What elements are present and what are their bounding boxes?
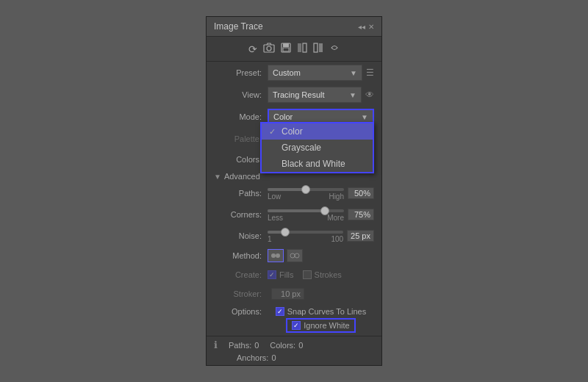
status-anchors-value: 0 xyxy=(271,353,276,362)
ignore-white-checkbox[interactable]: ✓ xyxy=(292,321,301,330)
noise-value: 25 px xyxy=(347,230,374,242)
paths-slider: Low High xyxy=(268,185,344,201)
status-colors-label: Colors: xyxy=(270,341,295,350)
fills-label: Fills xyxy=(279,270,294,279)
create-row: Create: ✓ Fills Strokes xyxy=(207,265,381,284)
corners-slider: Less More xyxy=(268,206,344,222)
dropdown-item-grayscale[interactable]: Grayscale xyxy=(262,140,373,156)
mode-dropdown: ✓ Color Grayscale Black and White xyxy=(260,122,374,173)
noise-max: 100 xyxy=(331,235,343,243)
corners-less: Less xyxy=(268,214,283,222)
paths-value: 50% xyxy=(348,187,374,199)
stroker-value[interactable]: 10 px xyxy=(271,288,304,300)
colors-label: Colors: xyxy=(214,155,262,164)
status-bar-2: Anchors: 0 xyxy=(207,353,381,365)
options-content: ✓ Snap Curves To Lines ✓ Ignore White xyxy=(268,307,374,333)
corners-more: More xyxy=(327,214,344,222)
dropdown-item-black-white[interactable]: Black and White xyxy=(262,156,373,172)
noise-slider-row: Noise: 1 100 25 px xyxy=(207,225,381,246)
status-anchors: Anchors: 0 xyxy=(237,353,276,362)
paths-content: Low High 50% xyxy=(268,185,374,201)
reset-icon[interactable]: ⟳ xyxy=(248,43,257,55)
mode-arrow: ▼ xyxy=(361,113,368,121)
dropdown-item-color[interactable]: ✓ Color xyxy=(262,123,373,140)
save-icon[interactable] xyxy=(281,43,291,55)
snap-label: Snap Curves To Lines xyxy=(287,307,366,316)
status-paths-label: Paths: xyxy=(229,341,251,350)
preset-arrow: ▼ xyxy=(350,69,357,77)
toolbar: ⟳ xyxy=(207,37,381,62)
ignore-white-box[interactable]: ✓ Ignore White xyxy=(286,318,355,333)
method-row: Method: xyxy=(207,246,381,265)
view-label: View: xyxy=(214,90,262,99)
paths-high: High xyxy=(329,192,344,201)
svg-rect-8 xyxy=(319,43,323,52)
svg-point-10 xyxy=(276,253,280,258)
fills-checkbox[interactable]: ✓ xyxy=(268,270,276,279)
noise-slider: 1 100 xyxy=(268,228,343,243)
status-paths-value: 0 xyxy=(254,341,259,350)
stroker-content: 10 px xyxy=(268,288,374,300)
strokes-checkbox[interactable] xyxy=(303,270,312,279)
view-icon[interactable] xyxy=(297,43,307,55)
advanced-label: Advanced xyxy=(224,172,260,181)
preset-content: Custom ▼ ☰ xyxy=(268,65,374,81)
paths-track[interactable] xyxy=(268,188,344,191)
collapse-icon[interactable]: ◂◂ xyxy=(358,23,365,31)
dropdown-color-label: Color xyxy=(282,126,303,137)
ignore-white-label: Ignore White xyxy=(304,321,349,330)
status-bar: ℹ Paths: 0 Colors: 0 xyxy=(207,336,381,353)
mode-value: Color xyxy=(273,112,293,121)
image-trace-panel: Image Trace ◂◂ ✕ ⟳ Preset: Custom ▼ xyxy=(206,16,382,366)
svg-point-9 xyxy=(271,253,276,258)
preset-list-icon[interactable]: ☰ xyxy=(366,68,374,78)
corners-value: 75% xyxy=(348,209,374,220)
dropdown-grayscale-label: Grayscale xyxy=(282,143,321,153)
advanced-arrow[interactable]: ▼ xyxy=(214,173,221,181)
svg-rect-3 xyxy=(283,43,289,47)
snap-curves-row: ✓ Snap Curves To Lines xyxy=(276,307,366,316)
camera-icon[interactable] xyxy=(263,43,275,55)
svg-rect-6 xyxy=(303,43,306,52)
corners-slider-label: Corners: xyxy=(214,210,262,219)
method-btn-2[interactable] xyxy=(287,249,303,262)
stroker-row: Stroker: 10 px xyxy=(207,284,381,303)
strokes-label: Strokes xyxy=(315,270,342,279)
dropdown-bw-label: Black and White xyxy=(282,159,345,169)
close-icon[interactable]: ✕ xyxy=(368,23,374,31)
paths-slider-row: Paths: Low High 50% xyxy=(207,182,381,203)
corners-track[interactable] xyxy=(268,209,344,212)
panel-title: Image Trace xyxy=(214,21,263,32)
svg-rect-5 xyxy=(298,43,301,52)
method-label: Method: xyxy=(214,251,262,260)
noise-min: 1 xyxy=(268,235,272,243)
info-icon[interactable]: ℹ xyxy=(214,339,218,350)
svg-point-11 xyxy=(290,253,295,258)
noise-track[interactable] xyxy=(268,231,343,234)
expand-icon[interactable] xyxy=(329,43,340,55)
corners-slider-row: Corners: Less More 75% xyxy=(207,203,381,225)
preset-select[interactable]: Custom ▼ xyxy=(268,65,362,81)
snap-checkbox[interactable]: ✓ xyxy=(276,307,284,316)
stroker-label: Stroker: xyxy=(214,289,262,298)
noise-slider-label: Noise: xyxy=(214,231,262,240)
status-colors: Colors: 0 xyxy=(270,341,303,350)
method-buttons xyxy=(268,249,303,262)
view-select[interactable]: Tracing Result ▼ xyxy=(268,87,362,103)
check-icon: ✓ xyxy=(269,127,278,137)
paths-slider-label: Paths: xyxy=(214,189,262,198)
split-icon[interactable] xyxy=(313,43,323,55)
create-content: ✓ Fills Strokes xyxy=(268,270,374,279)
preset-value: Custom xyxy=(273,68,301,77)
svg-point-12 xyxy=(295,253,299,258)
panel-header-icons: ◂◂ ✕ xyxy=(358,23,374,31)
create-label: Create: xyxy=(214,270,262,279)
view-arrow: ▼ xyxy=(349,91,356,99)
status-anchors-label: Anchors: xyxy=(237,353,268,362)
corners-labels: Less More xyxy=(268,214,344,222)
view-value: Tracing Result xyxy=(273,90,325,99)
method-btn-1[interactable] xyxy=(268,249,284,262)
eye-icon[interactable]: 👁 xyxy=(365,90,374,100)
svg-rect-7 xyxy=(314,43,318,52)
corners-content: Less More 75% xyxy=(268,206,374,222)
